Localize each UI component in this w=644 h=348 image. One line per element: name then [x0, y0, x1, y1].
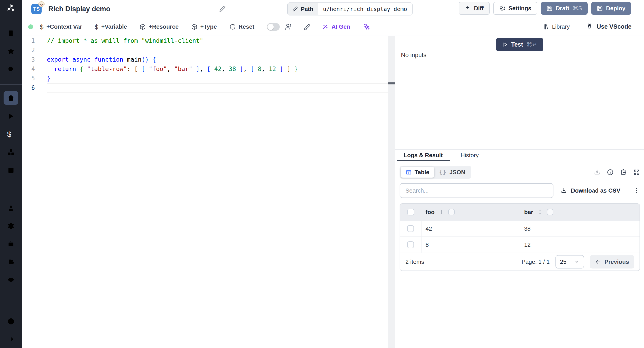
line-number: 6	[22, 83, 47, 92]
result-table: foo bar	[400, 203, 640, 271]
braces-icon: {}	[439, 169, 446, 175]
ai-gen-button[interactable]: AI Gen	[322, 23, 350, 30]
deploy-button[interactable]: Deploy	[591, 2, 631, 15]
table-row[interactable]: 4238	[400, 220, 640, 237]
left-sidebar: $	[0, 0, 22, 348]
sidebar-item-runs[interactable]	[7, 112, 15, 120]
code-line[interactable]: 3export async function main() {	[22, 55, 395, 64]
workspace-building-icon[interactable]	[7, 30, 15, 37]
sort-icon[interactable]	[438, 209, 444, 215]
top-header: TS Rich Display demo Path u/henri/rich_d…	[22, 0, 644, 18]
column-filter-box[interactable]	[448, 209, 454, 215]
download-icon	[560, 188, 567, 194]
line-number: 1	[22, 36, 47, 46]
reset-button[interactable]: Reset	[230, 23, 254, 30]
edit-title-pencil-icon[interactable]	[219, 5, 226, 12]
use-vscode-button[interactable]: Use VScode	[586, 23, 632, 31]
sidebar-item-folders[interactable]	[7, 258, 15, 266]
save-draft-button[interactable]: Draft ⌘S	[541, 2, 588, 15]
clipboard-copy-icon[interactable]	[620, 169, 627, 176]
library-button[interactable]: Library	[542, 23, 570, 30]
favorites-star-icon[interactable]	[7, 48, 15, 55]
sidebar-item-schedules[interactable]	[7, 166, 15, 174]
page-size-select[interactable]: 25	[556, 255, 584, 268]
add-variable-button[interactable]: $ +Variable	[94, 23, 127, 30]
arrow-left-icon	[595, 259, 601, 265]
row-checkbox[interactable]	[407, 225, 414, 232]
previous-page-button[interactable]: Previous	[590, 255, 634, 268]
test-button[interactable]: Test ⌘↵	[496, 38, 543, 51]
row-checkbox[interactable]	[407, 241, 414, 248]
expand-fullscreen-icon[interactable]	[633, 169, 640, 176]
sidebar-item-variables[interactable]: $	[7, 130, 15, 138]
view-table-button[interactable]: Table	[401, 167, 434, 178]
script-path-value[interactable]: u/henri/rich_display_demo	[318, 3, 412, 15]
code-line[interactable]: 4 return { "table-row": [ [ "foo", "bar"…	[22, 64, 395, 74]
code-line-content[interactable]: export async function main() {	[47, 55, 388, 64]
collab-toggle[interactable]	[267, 23, 280, 31]
path-button[interactable]: Path	[288, 3, 318, 15]
sidebar-item-workers-bot[interactable]	[7, 240, 15, 248]
path-control[interactable]: Path u/henri/rich_display_demo	[287, 3, 412, 16]
code-line-content[interactable]	[47, 46, 388, 55]
play-icon	[502, 42, 508, 48]
page-indicator: Page: 1 / 1	[522, 258, 550, 265]
code-line[interactable]: 5}	[22, 74, 395, 83]
download-csv-button[interactable]: Download as CSV	[560, 187, 620, 194]
search-input[interactable]	[400, 183, 554, 198]
view-json-label: JSON	[450, 169, 465, 176]
ai-gen-label: AI Gen	[332, 23, 350, 30]
sparkles-icon[interactable]	[363, 23, 370, 31]
use-vscode-label: Use VScode	[596, 23, 632, 30]
view-json-button[interactable]: {} JSON	[434, 167, 470, 178]
test-shortcut: ⌘↵	[526, 41, 537, 48]
help-icon[interactable]	[7, 317, 15, 325]
users-icon[interactable]	[285, 23, 292, 31]
add-type-label: +Type	[200, 23, 217, 30]
windmill-logo-icon[interactable]	[6, 3, 16, 14]
format-brush-icon[interactable]	[304, 23, 310, 31]
diff-icon	[465, 5, 471, 12]
sort-icon[interactable]	[537, 209, 543, 215]
table-footer: 2 items Page: 1 / 1 25	[400, 253, 640, 271]
expand-sidebar-arrow-icon[interactable]	[7, 335, 15, 343]
tab-logs-result[interactable]: Logs & Result	[404, 150, 443, 161]
table-row[interactable]: 812	[400, 237, 640, 253]
row-checkbox-cell	[400, 221, 422, 237]
add-context-var-label: +Context Var	[46, 23, 82, 30]
add-resource-button[interactable]: +Resource	[140, 23, 179, 30]
sidebar-item-resources[interactable]	[7, 148, 15, 156]
code-line-content[interactable]	[47, 83, 388, 92]
column-header-bar[interactable]: bar	[524, 209, 533, 216]
sidebar-item-users[interactable]	[7, 204, 15, 212]
editor-cursor-marker	[388, 82, 395, 84]
add-context-var-button[interactable]: $ +Context Var	[40, 23, 82, 30]
code-line-content[interactable]: return { "table-row": [ [ "foo", "bar" ]…	[47, 64, 388, 74]
sidebar-item-settings[interactable]	[7, 222, 15, 230]
diff-button[interactable]: Diff	[459, 2, 490, 15]
code-editor[interactable]: 1// import * as wmill from "windmill-cli…	[22, 36, 395, 348]
kebab-menu-icon[interactable]	[633, 187, 640, 194]
settings-button[interactable]: Settings	[493, 2, 538, 15]
code-line[interactable]: 6	[22, 83, 395, 92]
cell-foo: 8	[422, 237, 520, 253]
typescript-badge: TS	[31, 4, 42, 14]
line-number: 5	[22, 74, 47, 83]
info-icon[interactable]	[607, 169, 614, 176]
download-result-icon[interactable]	[594, 169, 600, 176]
add-type-button[interactable]: +Type	[191, 23, 217, 30]
column-filter-box[interactable]	[547, 209, 553, 215]
library-icon	[542, 24, 548, 30]
sidebar-item-home[interactable]	[4, 91, 18, 105]
header-checkbox-cell	[400, 204, 422, 220]
code-line-content[interactable]: }	[47, 74, 388, 83]
sidebar-item-audit-eye[interactable]	[7, 276, 15, 283]
code-line[interactable]: 2	[22, 46, 395, 55]
tab-history[interactable]: History	[461, 150, 479, 161]
code-line-content[interactable]: // import * as wmill from "windmill-clie…	[47, 36, 388, 46]
diff-label: Diff	[474, 5, 484, 12]
select-all-checkbox[interactable]	[408, 209, 414, 215]
column-header-foo[interactable]: foo	[426, 209, 434, 216]
search-icon[interactable]	[7, 65, 15, 73]
code-line[interactable]: 1// import * as wmill from "windmill-cli…	[22, 36, 395, 46]
